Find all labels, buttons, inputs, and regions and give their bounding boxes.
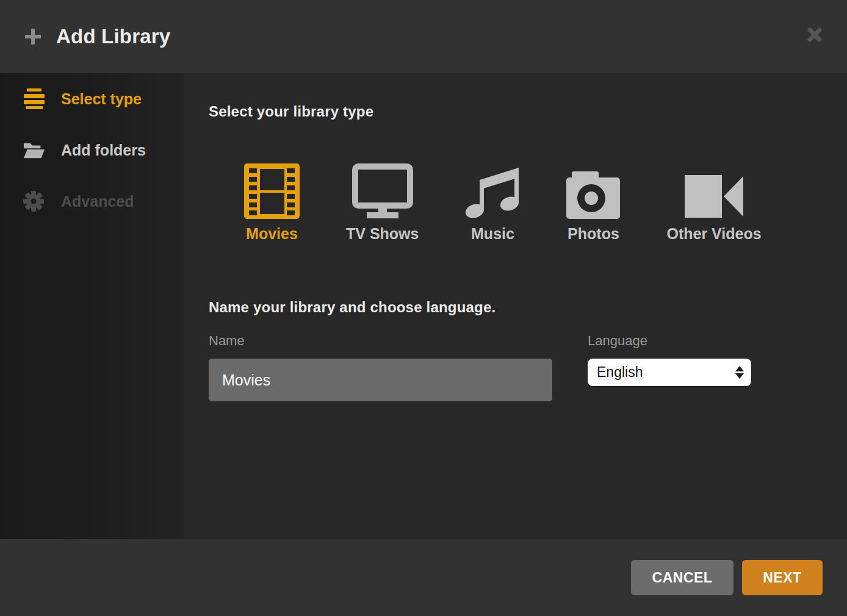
plus-icon: [23, 27, 43, 46]
dialog-header: Add Library: [0, 0, 847, 73]
open-folder-icon: [23, 141, 45, 159]
camera-icon: [566, 163, 620, 219]
sidebar-item-advanced[interactable]: Advanced: [0, 176, 184, 227]
dialog-title: Add Library: [56, 25, 170, 48]
name-language-heading: Name your library and choose language.: [209, 299, 847, 316]
sidebar-item-label: Add folders: [61, 141, 146, 159]
name-field-label: Name: [209, 333, 552, 349]
cancel-button[interactable]: CANCEL: [631, 560, 733, 595]
sidebar-item-add-folders[interactable]: Add folders: [0, 124, 184, 176]
type-option-tv-shows[interactable]: TV Shows: [323, 163, 442, 243]
type-option-movies[interactable]: Movies: [221, 163, 323, 243]
gear-icon: [23, 191, 45, 212]
name-language-fields: Name Language English: [209, 333, 847, 401]
sidebar-item-select-type[interactable]: Select type: [0, 73, 184, 124]
type-option-label: Music: [471, 225, 514, 243]
next-button[interactable]: NEXT: [742, 560, 823, 595]
select-stepper-icon: [735, 366, 744, 379]
add-library-dialog: Add Library Select type: [0, 0, 847, 616]
dialog-body: Select your library type: [184, 73, 847, 539]
type-option-label: TV Shows: [346, 225, 419, 243]
library-name-input[interactable]: [209, 359, 552, 401]
type-option-label: Movies: [246, 225, 298, 243]
close-button[interactable]: [804, 24, 825, 45]
type-option-label: Other Videos: [666, 225, 761, 243]
type-option-music[interactable]: Music: [442, 163, 543, 243]
music-note-icon: [465, 163, 520, 219]
language-select[interactable]: English: [588, 359, 751, 386]
type-option-other-videos[interactable]: Other Videos: [643, 163, 784, 243]
sidebar-item-label: Advanced: [61, 193, 134, 210]
type-option-photos[interactable]: Photos: [543, 163, 643, 243]
wizard-steps-sidebar: Select type Add folders: [0, 73, 184, 539]
video-camera-icon: [685, 163, 743, 219]
library-type-heading: Select your library type: [209, 103, 847, 120]
language-selected-value: English: [597, 364, 735, 381]
lines-icon: [23, 88, 45, 109]
tv-icon: [352, 163, 413, 219]
library-type-picker: Movies TV Shows: [221, 163, 847, 243]
film-strip-icon: [244, 163, 300, 219]
close-icon: [806, 26, 824, 44]
language-field-label: Language: [588, 333, 751, 349]
dialog-footer: CANCEL NEXT: [0, 539, 847, 616]
type-option-label: Photos: [568, 225, 619, 243]
sidebar-item-label: Select type: [61, 90, 142, 108]
